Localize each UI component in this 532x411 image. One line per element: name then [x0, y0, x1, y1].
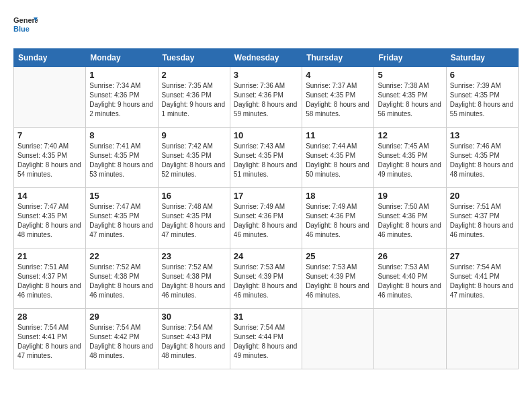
calendar-cell: 20 Sunrise: 7:51 AM Sunset: 4:37 PM Dayl…	[446, 188, 518, 248]
day-info: Sunrise: 7:49 AM Sunset: 4:36 PM Dayligh…	[306, 202, 370, 240]
day-info: Sunrise: 7:50 AM Sunset: 4:36 PM Dayligh…	[378, 202, 442, 240]
day-info: Sunrise: 7:47 AM Sunset: 4:35 PM Dayligh…	[17, 202, 82, 240]
day-info: Sunrise: 7:40 AM Sunset: 4:35 PM Dayligh…	[17, 142, 82, 179]
calendar-cell: 9 Sunrise: 7:42 AM Sunset: 4:35 PM Dayli…	[158, 128, 230, 188]
day-number: 24	[234, 251, 298, 261]
calendar-cell: 12 Sunrise: 7:45 AM Sunset: 4:35 PM Dayl…	[374, 128, 446, 188]
day-info: Sunrise: 7:54 AM Sunset: 4:44 PM Dayligh…	[234, 323, 298, 361]
day-info: Sunrise: 7:53 AM Sunset: 4:40 PM Dayligh…	[378, 263, 442, 300]
day-number: 15	[89, 191, 154, 201]
day-info: Sunrise: 7:41 AM Sunset: 4:35 PM Dayligh…	[89, 142, 154, 179]
calendar-cell: 31 Sunrise: 7:54 AM Sunset: 4:44 PM Dayl…	[230, 309, 302, 369]
day-info: Sunrise: 7:34 AM Sunset: 4:36 PM Dayligh…	[89, 81, 154, 119]
calendar-cell: 10 Sunrise: 7:43 AM Sunset: 4:35 PM Dayl…	[230, 128, 302, 188]
calendar-cell: 16 Sunrise: 7:48 AM Sunset: 4:35 PM Dayl…	[158, 188, 230, 248]
calendar-cell: 25 Sunrise: 7:53 AM Sunset: 4:39 PM Dayl…	[302, 248, 374, 309]
day-info: Sunrise: 7:46 AM Sunset: 4:35 PM Dayligh…	[450, 142, 515, 179]
day-number: 1	[89, 70, 154, 80]
day-info: Sunrise: 7:43 AM Sunset: 4:35 PM Dayligh…	[234, 142, 298, 179]
day-info: Sunrise: 7:51 AM Sunset: 4:37 PM Dayligh…	[17, 263, 82, 300]
day-number: 28	[17, 312, 82, 322]
day-number: 6	[450, 70, 515, 80]
day-info: Sunrise: 7:42 AM Sunset: 4:35 PM Dayligh…	[162, 142, 226, 179]
weekday-header: Sunday	[14, 49, 86, 67]
day-info: Sunrise: 7:49 AM Sunset: 4:36 PM Dayligh…	[234, 202, 298, 240]
logo: General Blue	[13, 13, 38, 38]
calendar-week-row: 28 Sunrise: 7:54 AM Sunset: 4:41 PM Dayl…	[14, 309, 519, 369]
calendar-cell: 14 Sunrise: 7:47 AM Sunset: 4:35 PM Dayl…	[14, 188, 86, 248]
day-info: Sunrise: 7:54 AM Sunset: 4:42 PM Dayligh…	[89, 323, 154, 361]
calendar-cell: 11 Sunrise: 7:44 AM Sunset: 4:35 PM Dayl…	[302, 128, 374, 188]
weekday-header: Tuesday	[158, 49, 230, 67]
calendar-cell: 8 Sunrise: 7:41 AM Sunset: 4:35 PM Dayli…	[86, 128, 158, 188]
calendar-cell	[302, 309, 374, 369]
day-info: Sunrise: 7:48 AM Sunset: 4:35 PM Dayligh…	[162, 202, 226, 240]
day-info: Sunrise: 7:54 AM Sunset: 4:43 PM Dayligh…	[162, 323, 226, 361]
calendar-week-row: 1 Sunrise: 7:34 AM Sunset: 4:36 PM Dayli…	[14, 67, 519, 128]
calendar-cell: 27 Sunrise: 7:54 AM Sunset: 4:41 PM Dayl…	[446, 248, 518, 309]
day-number: 19	[378, 191, 442, 201]
day-info: Sunrise: 7:44 AM Sunset: 4:35 PM Dayligh…	[306, 142, 370, 179]
day-number: 8	[89, 130, 154, 140]
day-number: 23	[162, 251, 226, 261]
calendar-cell: 2 Sunrise: 7:35 AM Sunset: 4:36 PM Dayli…	[158, 67, 230, 128]
day-number: 9	[162, 130, 226, 140]
svg-text:General: General	[13, 16, 38, 24]
calendar-cell	[446, 309, 518, 369]
calendar-cell: 18 Sunrise: 7:49 AM Sunset: 4:36 PM Dayl…	[302, 188, 374, 248]
calendar-cell: 30 Sunrise: 7:54 AM Sunset: 4:43 PM Dayl…	[158, 309, 230, 369]
day-info: Sunrise: 7:52 AM Sunset: 4:38 PM Dayligh…	[89, 263, 154, 300]
day-number: 4	[306, 70, 370, 80]
day-info: Sunrise: 7:47 AM Sunset: 4:35 PM Dayligh…	[89, 202, 154, 240]
day-info: Sunrise: 7:53 AM Sunset: 4:39 PM Dayligh…	[234, 263, 298, 300]
day-info: Sunrise: 7:52 AM Sunset: 4:38 PM Dayligh…	[162, 263, 226, 300]
day-number: 3	[234, 70, 298, 80]
calendar-week-row: 7 Sunrise: 7:40 AM Sunset: 4:35 PM Dayli…	[14, 128, 519, 188]
logo-svg: General Blue	[13, 13, 38, 38]
day-number: 26	[378, 251, 442, 261]
day-number: 2	[162, 70, 226, 80]
day-number: 17	[234, 191, 298, 201]
calendar-cell	[14, 67, 86, 128]
calendar-week-row: 14 Sunrise: 7:47 AM Sunset: 4:35 PM Dayl…	[14, 188, 519, 248]
weekday-header: Saturday	[446, 49, 518, 67]
calendar-cell: 23 Sunrise: 7:52 AM Sunset: 4:38 PM Dayl…	[158, 248, 230, 309]
day-info: Sunrise: 7:35 AM Sunset: 4:36 PM Dayligh…	[162, 81, 226, 119]
calendar-cell: 7 Sunrise: 7:40 AM Sunset: 4:35 PM Dayli…	[14, 128, 86, 188]
calendar-table: SundayMondayTuesdayWednesdayThursdayFrid…	[13, 48, 519, 369]
day-info: Sunrise: 7:45 AM Sunset: 4:35 PM Dayligh…	[378, 142, 442, 179]
day-info: Sunrise: 7:39 AM Sunset: 4:35 PM Dayligh…	[450, 81, 515, 119]
calendar-cell: 21 Sunrise: 7:51 AM Sunset: 4:37 PM Dayl…	[14, 248, 86, 309]
day-number: 25	[306, 251, 370, 261]
day-info: Sunrise: 7:37 AM Sunset: 4:35 PM Dayligh…	[306, 81, 370, 119]
day-number: 29	[89, 312, 154, 322]
calendar-cell: 15 Sunrise: 7:47 AM Sunset: 4:35 PM Dayl…	[86, 188, 158, 248]
day-number: 5	[378, 70, 442, 80]
calendar-cell: 28 Sunrise: 7:54 AM Sunset: 4:41 PM Dayl…	[14, 309, 86, 369]
day-info: Sunrise: 7:53 AM Sunset: 4:39 PM Dayligh…	[306, 263, 370, 300]
weekday-header-row: SundayMondayTuesdayWednesdayThursdayFrid…	[14, 49, 519, 67]
calendar-cell: 26 Sunrise: 7:53 AM Sunset: 4:40 PM Dayl…	[374, 248, 446, 309]
day-number: 11	[306, 130, 370, 140]
calendar-cell: 6 Sunrise: 7:39 AM Sunset: 4:35 PM Dayli…	[446, 67, 518, 128]
weekday-header: Monday	[86, 49, 158, 67]
page-header: General Blue	[13, 13, 519, 38]
day-number: 13	[450, 130, 515, 140]
calendar-cell	[374, 309, 446, 369]
calendar-cell: 29 Sunrise: 7:54 AM Sunset: 4:42 PM Dayl…	[86, 309, 158, 369]
day-number: 14	[17, 191, 82, 201]
day-info: Sunrise: 7:38 AM Sunset: 4:35 PM Dayligh…	[378, 81, 442, 119]
calendar-cell: 24 Sunrise: 7:53 AM Sunset: 4:39 PM Dayl…	[230, 248, 302, 309]
day-number: 21	[17, 251, 82, 261]
calendar-cell: 1 Sunrise: 7:34 AM Sunset: 4:36 PM Dayli…	[86, 67, 158, 128]
calendar-week-row: 21 Sunrise: 7:51 AM Sunset: 4:37 PM Dayl…	[14, 248, 519, 309]
calendar-cell: 4 Sunrise: 7:37 AM Sunset: 4:35 PM Dayli…	[302, 67, 374, 128]
day-number: 20	[450, 191, 515, 201]
day-number: 30	[162, 312, 226, 322]
weekday-header: Wednesday	[230, 49, 302, 67]
day-number: 10	[234, 130, 298, 140]
svg-text:Blue: Blue	[13, 25, 30, 33]
weekday-header: Thursday	[302, 49, 374, 67]
day-info: Sunrise: 7:36 AM Sunset: 4:36 PM Dayligh…	[234, 81, 298, 119]
calendar-header: SundayMondayTuesdayWednesdayThursdayFrid…	[14, 49, 519, 67]
